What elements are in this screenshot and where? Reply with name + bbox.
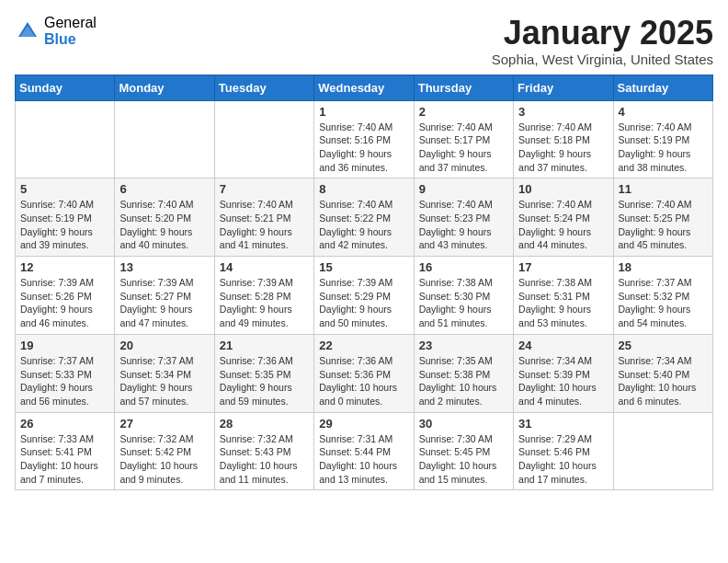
day-number: 17 xyxy=(518,260,608,274)
day-info: Sunrise: 7:37 AM Sunset: 5:34 PM Dayligh… xyxy=(119,354,209,408)
day-number: 13 xyxy=(119,260,209,274)
calendar-cell: 13Sunrise: 7:39 AM Sunset: 5:27 PM Dayli… xyxy=(115,257,214,335)
calendar-cell: 14Sunrise: 7:39 AM Sunset: 5:28 PM Dayli… xyxy=(214,257,313,335)
day-number: 26 xyxy=(20,417,109,431)
day-info: Sunrise: 7:40 AM Sunset: 5:19 PM Dayligh… xyxy=(20,198,109,252)
weekday-header: Wednesday xyxy=(314,75,414,100)
day-info: Sunrise: 7:37 AM Sunset: 5:33 PM Dayligh… xyxy=(20,354,109,408)
day-number: 15 xyxy=(319,260,408,274)
logo: General Blue xyxy=(15,15,97,47)
calendar-cell: 17Sunrise: 7:38 AM Sunset: 5:31 PM Dayli… xyxy=(514,257,613,335)
day-number: 29 xyxy=(319,417,408,431)
day-info: Sunrise: 7:38 AM Sunset: 5:30 PM Dayligh… xyxy=(419,276,508,330)
calendar-cell: 30Sunrise: 7:30 AM Sunset: 5:45 PM Dayli… xyxy=(414,412,513,490)
day-info: Sunrise: 7:32 AM Sunset: 5:42 PM Dayligh… xyxy=(119,432,209,487)
day-info: Sunrise: 7:40 AM Sunset: 5:16 PM Dayligh… xyxy=(319,121,408,175)
calendar-cell: 28Sunrise: 7:32 AM Sunset: 5:43 PM Dayli… xyxy=(214,412,313,490)
calendar-cell: 24Sunrise: 7:34 AM Sunset: 5:39 PM Dayli… xyxy=(514,334,613,412)
day-number: 9 xyxy=(419,182,508,196)
calendar-cell xyxy=(214,100,313,178)
calendar-cell: 9Sunrise: 7:40 AM Sunset: 5:23 PM Daylig… xyxy=(414,178,513,257)
day-number: 5 xyxy=(20,182,109,196)
calendar-week-row: 1Sunrise: 7:40 AM Sunset: 5:16 PM Daylig… xyxy=(16,100,713,178)
day-number: 10 xyxy=(518,182,608,196)
calendar-cell xyxy=(613,412,712,490)
day-number: 16 xyxy=(419,260,508,274)
title-block: January 2025 Sophia, West Virginia, Unit… xyxy=(492,15,713,67)
day-number: 25 xyxy=(619,339,708,352)
calendar-cell: 29Sunrise: 7:31 AM Sunset: 5:44 PM Dayli… xyxy=(314,412,414,490)
calendar-cell: 1Sunrise: 7:40 AM Sunset: 5:16 PM Daylig… xyxy=(314,100,414,178)
day-number: 18 xyxy=(619,260,708,274)
day-info: Sunrise: 7:40 AM Sunset: 5:17 PM Dayligh… xyxy=(419,121,508,175)
logo-general: General xyxy=(44,15,97,31)
calendar-cell: 25Sunrise: 7:34 AM Sunset: 5:40 PM Dayli… xyxy=(613,334,712,412)
month-title: January 2025 xyxy=(492,15,713,52)
day-info: Sunrise: 7:39 AM Sunset: 5:29 PM Dayligh… xyxy=(319,276,408,330)
day-number: 3 xyxy=(518,105,608,119)
calendar-week-row: 5Sunrise: 7:40 AM Sunset: 5:19 PM Daylig… xyxy=(16,178,713,257)
calendar-cell: 20Sunrise: 7:37 AM Sunset: 5:34 PM Dayli… xyxy=(115,334,214,412)
weekday-header: Thursday xyxy=(414,75,513,100)
calendar-cell: 2Sunrise: 7:40 AM Sunset: 5:17 PM Daylig… xyxy=(414,100,513,178)
day-number: 14 xyxy=(220,260,309,274)
day-info: Sunrise: 7:40 AM Sunset: 5:18 PM Dayligh… xyxy=(518,121,608,175)
logo-icon xyxy=(15,18,40,44)
calendar-cell: 3Sunrise: 7:40 AM Sunset: 5:18 PM Daylig… xyxy=(514,100,613,178)
day-number: 11 xyxy=(619,182,708,196)
day-number: 7 xyxy=(220,182,309,196)
day-info: Sunrise: 7:33 AM Sunset: 5:41 PM Dayligh… xyxy=(20,432,109,487)
calendar-week-row: 12Sunrise: 7:39 AM Sunset: 5:26 PM Dayli… xyxy=(16,257,713,335)
day-number: 24 xyxy=(518,339,608,352)
calendar-cell: 26Sunrise: 7:33 AM Sunset: 5:41 PM Dayli… xyxy=(16,412,115,490)
location: Sophia, West Virginia, United States xyxy=(492,52,713,67)
calendar-cell: 31Sunrise: 7:29 AM Sunset: 5:46 PM Dayli… xyxy=(514,412,613,490)
logo-text: General Blue xyxy=(44,15,97,47)
day-info: Sunrise: 7:34 AM Sunset: 5:40 PM Dayligh… xyxy=(619,354,708,408)
calendar-cell: 11Sunrise: 7:40 AM Sunset: 5:25 PM Dayli… xyxy=(613,178,712,257)
day-number: 27 xyxy=(119,417,209,431)
day-info: Sunrise: 7:29 AM Sunset: 5:46 PM Dayligh… xyxy=(518,432,608,487)
weekday-header: Tuesday xyxy=(214,75,313,100)
calendar-cell: 16Sunrise: 7:38 AM Sunset: 5:30 PM Dayli… xyxy=(414,257,513,335)
day-info: Sunrise: 7:40 AM Sunset: 5:23 PM Dayligh… xyxy=(419,198,508,252)
day-info: Sunrise: 7:38 AM Sunset: 5:31 PM Dayligh… xyxy=(518,276,608,330)
day-number: 31 xyxy=(518,417,608,431)
day-info: Sunrise: 7:40 AM Sunset: 5:25 PM Dayligh… xyxy=(619,198,708,252)
calendar-cell: 21Sunrise: 7:36 AM Sunset: 5:35 PM Dayli… xyxy=(214,334,313,412)
calendar-cell: 23Sunrise: 7:35 AM Sunset: 5:38 PM Dayli… xyxy=(414,334,513,412)
day-number: 4 xyxy=(619,105,708,119)
day-info: Sunrise: 7:39 AM Sunset: 5:26 PM Dayligh… xyxy=(20,276,109,330)
calendar-cell: 8Sunrise: 7:40 AM Sunset: 5:22 PM Daylig… xyxy=(314,178,414,257)
day-number: 12 xyxy=(20,260,109,274)
day-info: Sunrise: 7:40 AM Sunset: 5:19 PM Dayligh… xyxy=(619,121,708,175)
day-number: 19 xyxy=(20,339,109,352)
calendar-cell: 22Sunrise: 7:36 AM Sunset: 5:36 PM Dayli… xyxy=(314,334,414,412)
day-info: Sunrise: 7:30 AM Sunset: 5:45 PM Dayligh… xyxy=(419,432,508,487)
weekday-header: Monday xyxy=(115,75,214,100)
calendar-cell: 19Sunrise: 7:37 AM Sunset: 5:33 PM Dayli… xyxy=(16,334,115,412)
calendar-week-row: 26Sunrise: 7:33 AM Sunset: 5:41 PM Dayli… xyxy=(16,412,713,490)
calendar-cell: 4Sunrise: 7:40 AM Sunset: 5:19 PM Daylig… xyxy=(613,100,712,178)
calendar-cell: 6Sunrise: 7:40 AM Sunset: 5:20 PM Daylig… xyxy=(115,178,214,257)
calendar-cell: 10Sunrise: 7:40 AM Sunset: 5:24 PM Dayli… xyxy=(514,178,613,257)
day-number: 23 xyxy=(419,339,508,352)
day-info: Sunrise: 7:36 AM Sunset: 5:36 PM Dayligh… xyxy=(319,354,408,408)
day-number: 8 xyxy=(319,182,408,196)
weekday-header: Saturday xyxy=(613,75,712,100)
day-info: Sunrise: 7:40 AM Sunset: 5:22 PM Dayligh… xyxy=(319,198,408,252)
day-info: Sunrise: 7:35 AM Sunset: 5:38 PM Dayligh… xyxy=(419,354,508,408)
day-info: Sunrise: 7:40 AM Sunset: 5:20 PM Dayligh… xyxy=(119,198,209,252)
calendar-cell: 5Sunrise: 7:40 AM Sunset: 5:19 PM Daylig… xyxy=(16,178,115,257)
calendar-table: SundayMondayTuesdayWednesdayThursdayFrid… xyxy=(15,75,713,491)
day-info: Sunrise: 7:37 AM Sunset: 5:32 PM Dayligh… xyxy=(619,276,708,330)
calendar-cell: 7Sunrise: 7:40 AM Sunset: 5:21 PM Daylig… xyxy=(214,178,313,257)
day-info: Sunrise: 7:39 AM Sunset: 5:27 PM Dayligh… xyxy=(119,276,209,330)
day-number: 2 xyxy=(419,105,508,119)
logo-blue: Blue xyxy=(44,31,97,48)
day-info: Sunrise: 7:40 AM Sunset: 5:21 PM Dayligh… xyxy=(220,198,309,252)
day-number: 20 xyxy=(119,339,209,352)
day-number: 28 xyxy=(220,417,309,431)
day-number: 21 xyxy=(220,339,309,352)
day-info: Sunrise: 7:32 AM Sunset: 5:43 PM Dayligh… xyxy=(220,432,309,487)
